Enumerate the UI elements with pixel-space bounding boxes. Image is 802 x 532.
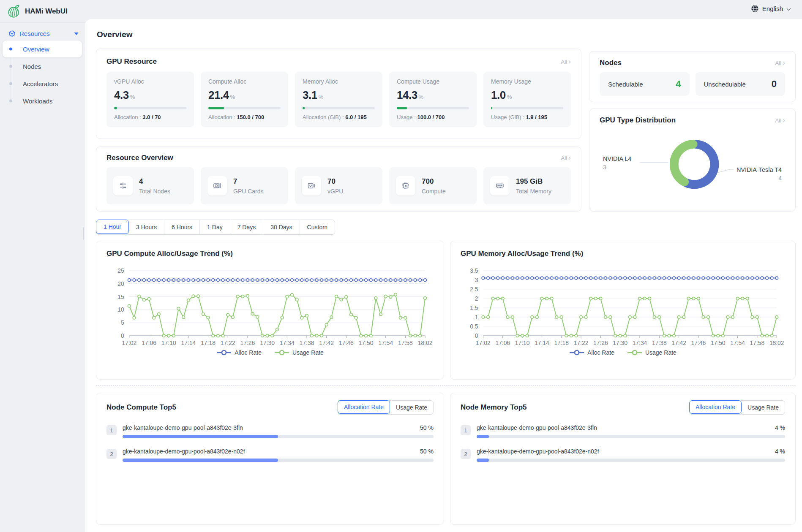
nodes-title: Nodes (600, 59, 622, 67)
gpu-resource-title: GPU Resource (106, 57, 157, 66)
vgpu-icon (302, 176, 321, 195)
node-status-value: 4 (676, 79, 681, 90)
svg-text:3: 3 (475, 277, 478, 283)
top5-progress-bar (477, 459, 785, 462)
top5-row-item: 2 gke-kantaloupe-demo-gpu-pool-a843f02e-… (461, 448, 785, 462)
time-range-1-hour[interactable]: 1 Hour (96, 220, 129, 234)
resource-tile-compute: 700Compute (389, 167, 477, 204)
resource-tile-vgpu: 70vGPU (295, 167, 382, 204)
top5-card-node-memory-top5: Node Memory Top5 Allocation RateUsage Ra… (450, 393, 796, 525)
svg-text:17:22: 17:22 (574, 339, 589, 346)
resources-cube-icon (8, 30, 16, 37)
main-panel: Overview GPU Resource All › vGPU Alloc 4… (85, 19, 802, 532)
memory-trend-title: GPU Memory Alloc/Usage Trend (%) (461, 250, 785, 258)
resource-tile-gpu-cards: 7GPU Cards (201, 167, 288, 204)
svg-text:17:26: 17:26 (593, 339, 608, 346)
svg-text:17:14: 17:14 (535, 339, 549, 346)
sidebar-section-label: Resources (19, 30, 50, 37)
chevron-right-icon: › (568, 154, 571, 161)
chevron-down-icon (786, 5, 791, 12)
time-range-30-days[interactable]: 30 Days (263, 220, 299, 234)
gpu-metric-tile-compute-usage: Compute Usage 14.3% Usage : 100.0 / 700 (389, 72, 477, 127)
donut-value: 4 (778, 175, 782, 182)
svg-text:17:34: 17:34 (280, 339, 295, 346)
toggle-usage-rate[interactable]: Usage Rate (741, 401, 785, 414)
metric-progress-fill (491, 107, 492, 109)
nodes-all-link[interactable]: All › (775, 60, 785, 66)
resource-overview-all-link[interactable]: All › (561, 155, 571, 161)
svg-text:17:10: 17:10 (161, 339, 176, 346)
top5-row-item: 1 gke-kantaloupe-demo-gpu-pool-a843f02e-… (461, 424, 785, 438)
toggle-usage-rate[interactable]: Usage Rate (390, 401, 433, 414)
resource-tile-total-nodes: 4Total Nodes (106, 167, 194, 204)
chevron-right-icon: › (568, 58, 571, 65)
gpu-resource-card: GPU Resource All › vGPU Alloc 4.3% Alloc… (96, 49, 581, 139)
time-range-1-day[interactable]: 1 Day (199, 220, 230, 234)
time-range-custom[interactable]: Custom (300, 220, 335, 234)
svg-text:17:06: 17:06 (495, 339, 510, 346)
legend-alloc-rate[interactable]: Alloc Rate (216, 349, 262, 356)
language-selector[interactable]: English (751, 5, 791, 13)
legend-marker-icon (216, 350, 232, 356)
sidebar-resize-handle[interactable] (83, 227, 84, 240)
donut-label: NVIDIA-Tesla T4 (737, 166, 782, 173)
caret-down-icon (74, 32, 79, 35)
metric-progress-fill (208, 107, 224, 109)
svg-text:17:18: 17:18 (554, 339, 569, 346)
sidebar-item-nodes[interactable]: Nodes (3, 58, 82, 75)
compute-trend-card: GPU Compute Alloc/Usage Trend (%) 051015… (96, 241, 444, 380)
resource-tile-total-memory: 195 GiBTotal Memory (483, 167, 571, 204)
resource-overview-title: Resource Overview (106, 154, 173, 162)
donut-slice-nvidia-l4[interactable] (674, 144, 693, 182)
sidebar-item-workloads[interactable]: Workloads (3, 92, 82, 109)
gpu-resource-all-link[interactable]: All › (561, 59, 571, 65)
legend-usage-rate[interactable]: Usage Rate (627, 349, 677, 356)
gpu-type-all-link[interactable]: All › (775, 117, 785, 124)
schedulable-tile: Schedulable 4 (600, 72, 690, 96)
svg-text:17:10: 17:10 (515, 339, 530, 346)
svg-text:20: 20 (117, 280, 124, 287)
legend-usage-rate[interactable]: Usage Rate (274, 349, 324, 356)
svg-text:2: 2 (475, 295, 478, 302)
svg-text:17:46: 17:46 (691, 339, 706, 346)
top5-row-item: 1 gke-kantaloupe-demo-gpu-pool-a843f02e-… (106, 424, 434, 438)
node-status-value: 0 (772, 79, 777, 90)
toggle-allocation-rate[interactable]: Allocation Rate (689, 400, 742, 414)
metric-progress-bar (114, 107, 186, 109)
brand: HAMi WebUI (0, 0, 85, 23)
metric-progress-bar (491, 107, 563, 109)
metric-progress-fill (397, 107, 407, 109)
metric-progress-bar (397, 107, 469, 109)
memory-trend-card: GPU Memory Alloc/Usage Trend (%) 00.511.… (450, 241, 796, 380)
brand-name: HAMi WebUI (25, 7, 68, 16)
legend-alloc-rate[interactable]: Alloc Rate (569, 349, 614, 356)
compute-trend-chart: 051015202517:0217:0617:1017:1417:1817:22… (106, 265, 434, 347)
sidebar-item-accelerators[interactable]: Accelerators (3, 75, 82, 92)
metric-progress-fill (303, 107, 305, 109)
donut-slice-nvidia-tesla-t4[interactable] (687, 144, 715, 184)
gpu-type-donut-chart: NVIDIA L43NVIDIA-Tesla T44 (600, 125, 785, 208)
dashed-divider (96, 385, 796, 385)
top5-row-item: 2 gke-kantaloupe-demo-gpu-pool-a843f02e-… (106, 448, 434, 462)
metric-progress-fill (114, 107, 117, 109)
time-range-6-hours[interactable]: 6 Hours (164, 220, 199, 234)
time-range-7-days[interactable]: 7 Days (230, 220, 263, 234)
svg-text:17:14: 17:14 (181, 339, 196, 346)
trend-charts-row: GPU Compute Alloc/Usage Trend (%) 051015… (96, 241, 796, 380)
svg-text:17:38: 17:38 (300, 339, 314, 346)
metric-progress-bar (303, 107, 375, 109)
svg-text:17:02: 17:02 (122, 339, 136, 346)
rank-badge: 2 (106, 449, 117, 459)
svg-text:17:30: 17:30 (613, 339, 627, 346)
language-label: English (762, 5, 783, 12)
svg-text:17:42: 17:42 (671, 339, 686, 346)
rate-toggle: Allocation RateUsage Rate (338, 400, 434, 415)
sidebar-section-resources[interactable]: Resources (8, 30, 79, 37)
time-range-3-hours[interactable]: 3 Hours (128, 220, 164, 234)
toggle-allocation-rate[interactable]: Allocation Rate (338, 400, 390, 414)
svg-text:0.5: 0.5 (470, 323, 478, 330)
svg-text:5: 5 (121, 319, 124, 326)
sidebar-item-overview[interactable]: Overview (3, 41, 82, 57)
top5-progress-bar (477, 435, 785, 438)
sidebar: HAMi WebUI Resources OverviewNodesAccele… (0, 0, 85, 532)
